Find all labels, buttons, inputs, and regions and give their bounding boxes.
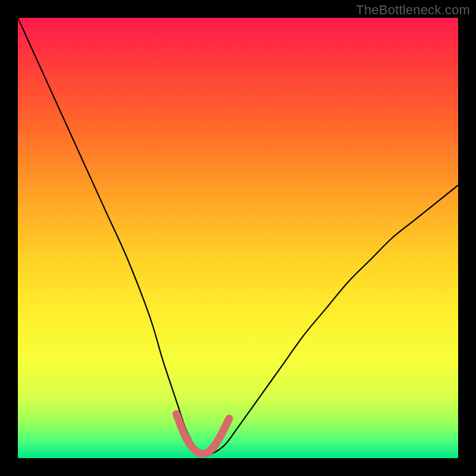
plot-area	[18, 18, 458, 458]
bottleneck-curve-svg	[18, 18, 458, 458]
chart-frame: TheBottleneck.com	[0, 0, 476, 476]
watermark-text: TheBottleneck.com	[356, 2, 470, 18]
bottleneck-curve	[18, 18, 458, 455]
